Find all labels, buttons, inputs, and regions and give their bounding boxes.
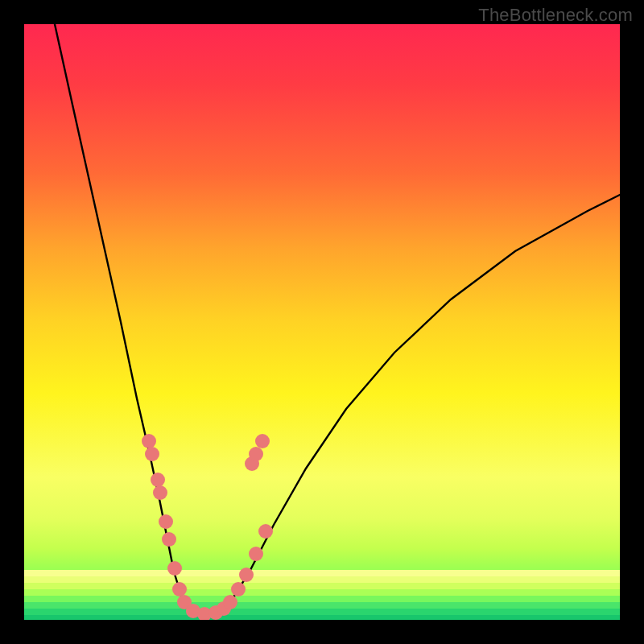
scatter-dot xyxy=(167,561,182,576)
plot-area xyxy=(24,24,620,620)
scatter-dot xyxy=(249,547,263,561)
scatter-dot xyxy=(239,568,254,582)
scatter-dot xyxy=(162,532,176,547)
scatter-dot xyxy=(153,485,167,500)
scatter-dot xyxy=(142,434,156,448)
scatter-dots xyxy=(142,434,273,620)
scatter-dot xyxy=(145,447,159,461)
scatter-dot xyxy=(223,595,237,609)
chart-frame: TheBottleneck.com xyxy=(0,0,644,644)
scatter-dot xyxy=(255,434,270,448)
scatter-dot xyxy=(249,447,263,461)
scatter-dot xyxy=(231,582,246,597)
scatter-dot xyxy=(172,582,187,597)
scatter-dot xyxy=(159,514,173,529)
scatter-dot xyxy=(258,524,273,539)
scatter-dot xyxy=(151,473,165,487)
curve-svg xyxy=(24,24,620,620)
bottleneck-curve xyxy=(55,24,620,614)
watermark-text: TheBottleneck.com xyxy=(478,5,633,26)
